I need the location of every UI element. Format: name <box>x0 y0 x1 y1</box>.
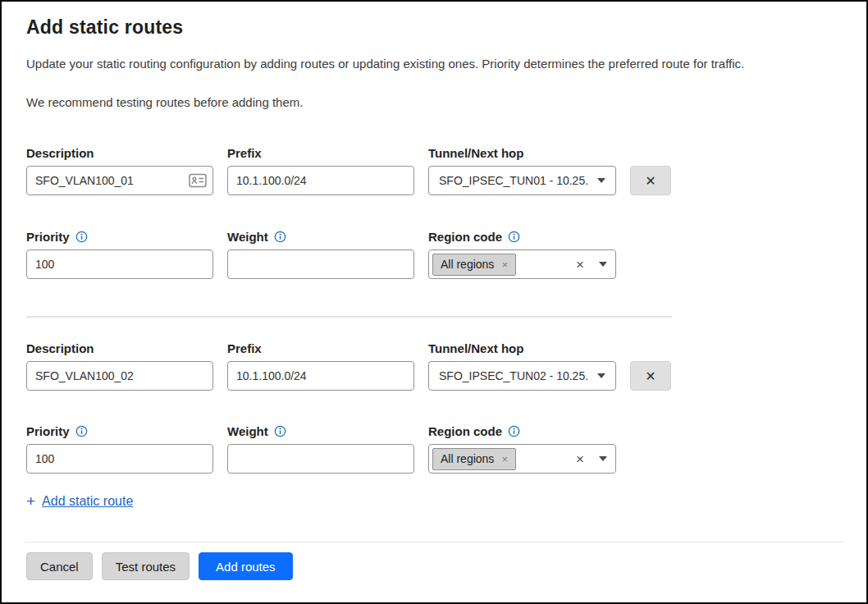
weight-input[interactable] <box>227 444 414 474</box>
region-field-group: Region code All regions × <box>428 423 616 474</box>
region-chip-label: All regions <box>441 258 494 271</box>
weight-input[interactable] <box>227 249 414 279</box>
region-code-multiselect[interactable]: All regions × × <box>428 444 616 474</box>
tunnel-select[interactable]: SFO_IPSEC_TUN01 - 10.25... <box>428 166 616 195</box>
region-field-group: Region code All regions × <box>428 228 616 279</box>
tunnel-field-group: Tunnel/Next hop SFO_IPSEC_TUN02 - 10.25.… <box>428 340 616 391</box>
footer-actions: Cancel Test routes Add routes <box>26 552 866 580</box>
priority-input[interactable] <box>26 249 213 279</box>
add-static-routes-dialog: Add static routes Update your static rou… <box>0 0 868 604</box>
tunnel-label: Tunnel/Next hop <box>428 144 616 161</box>
clear-selection-icon[interactable]: × <box>576 452 584 466</box>
weight-field-group: Weight <box>227 228 414 279</box>
chevron-down-icon <box>599 262 607 267</box>
priority-field-group: Priority <box>26 423 213 474</box>
description-input[interactable] <box>26 166 213 195</box>
remove-route-button[interactable]: ✕ <box>630 166 671 195</box>
prefix-field-group: Prefix <box>227 144 414 195</box>
add-static-route-row: + Add static route <box>26 493 842 509</box>
weight-label: Weight <box>227 423 414 439</box>
description-label: Description <box>26 340 213 356</box>
description-label: Description <box>26 144 213 161</box>
prefix-input[interactable] <box>227 361 414 391</box>
contact-card-icon <box>189 173 207 188</box>
region-chip: All regions × <box>432 254 516 276</box>
chip-remove-icon[interactable]: × <box>501 453 508 465</box>
info-icon[interactable] <box>274 231 286 243</box>
region-chip: All regions × <box>432 448 516 470</box>
footer-divider <box>25 542 843 542</box>
prefix-field-group: Prefix <box>227 340 414 391</box>
info-icon[interactable] <box>508 231 520 243</box>
info-icon[interactable] <box>75 231 88 243</box>
priority-field-group: Priority <box>26 228 213 279</box>
region-chip-label: All regions <box>441 452 494 465</box>
intro-text: Update your static routing configuration… <box>26 57 842 71</box>
tunnel-label: Tunnel/Next hop <box>428 340 616 356</box>
dialog-content: Add static routes Update your static rou… <box>2 2 866 509</box>
description-input[interactable] <box>26 361 213 391</box>
chevron-down-icon <box>597 373 605 378</box>
add-routes-button[interactable]: Add routes <box>199 552 293 580</box>
region-code-label: Region code <box>428 423 616 439</box>
chevron-down-icon <box>599 456 607 461</box>
weight-field-group: Weight <box>227 423 414 474</box>
chevron-down-icon <box>597 178 605 183</box>
note-text: We recommend testing routes before addin… <box>26 95 842 109</box>
test-routes-button[interactable]: Test routes <box>102 552 190 580</box>
region-code-multiselect[interactable]: All regions × × <box>428 249 616 279</box>
remove-route-button[interactable]: ✕ <box>630 361 671 391</box>
add-static-route-link[interactable]: Add static route <box>42 494 133 509</box>
chip-remove-icon[interactable]: × <box>501 259 508 271</box>
page-title: Add static routes <box>26 16 842 39</box>
region-code-label: Region code <box>428 228 616 245</box>
prefix-label: Prefix <box>227 340 414 356</box>
tunnel-select[interactable]: SFO_IPSEC_TUN02 - 10.25... <box>428 361 616 391</box>
tunnel-select-value: SFO_IPSEC_TUN02 - 10.25... <box>439 369 589 382</box>
section-divider <box>26 316 672 318</box>
cancel-button[interactable]: Cancel <box>26 552 93 580</box>
info-icon[interactable] <box>75 425 88 437</box>
prefix-input[interactable] <box>227 166 414 195</box>
prefix-label: Prefix <box>227 144 414 161</box>
close-icon: ✕ <box>645 368 656 384</box>
tunnel-select-value: SFO_IPSEC_TUN01 - 10.25... <box>439 174 589 187</box>
plus-icon: + <box>26 493 35 509</box>
close-icon: ✕ <box>645 173 656 189</box>
priority-input[interactable] <box>26 444 213 474</box>
tunnel-field-group: Tunnel/Next hop SFO_IPSEC_TUN01 - 10.25.… <box>428 144 616 195</box>
info-icon[interactable] <box>274 425 286 437</box>
priority-label: Priority <box>26 423 213 439</box>
description-field-group: Description <box>26 340 213 391</box>
info-icon[interactable] <box>508 425 520 437</box>
clear-selection-icon[interactable]: × <box>576 258 584 272</box>
priority-label: Priority <box>26 228 213 245</box>
route-section-2: Description Prefix Tunnel/Next hop SFO_I <box>26 340 842 474</box>
weight-label: Weight <box>227 228 414 245</box>
description-field-group: Description <box>26 144 213 195</box>
route-section-1: Description <box>26 144 842 279</box>
